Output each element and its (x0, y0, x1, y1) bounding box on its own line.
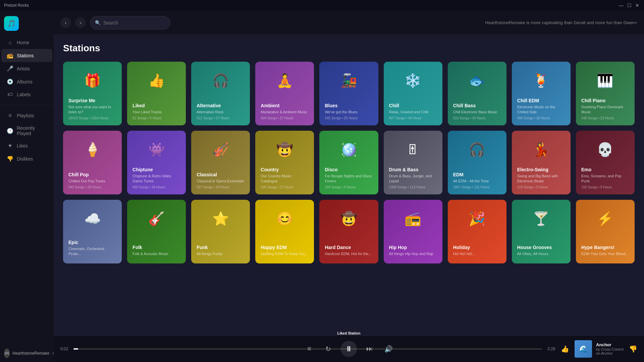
station-meta: 545 Songs • 25 Hours (325, 116, 373, 120)
player-right-section: 👍 🌊 Anchor by Cross Control on Anchor 👎 (561, 340, 637, 358)
station-card-funk[interactable]: ⭐ Funk All things Funky (191, 200, 250, 263)
app-body: 🎵 ⌂Home📻Stations🎤Artists💿Albums🏷Labels ≡… (0, 11, 644, 362)
station-card-epic[interactable]: ☁️ Epic Cinematic, Orchestral, Pirate... (63, 200, 122, 263)
station-card-chiptune[interactable]: 👾 Chiptune Chiptune & Retro Video Game T… (127, 131, 186, 194)
station-name: Hip Hop (389, 245, 437, 250)
station-card-chill-piano[interactable]: 🎹 Chill Piano Soothing Piano Dominant Mu… (576, 62, 635, 125)
sidebar-icon-labels: 🏷 (7, 92, 13, 98)
station-card-emo[interactable]: 💀 Emo Emo, Screamo, and Pop Punk 156 Son… (576, 131, 635, 194)
station-meta: 543 Songs • 29 Hours (68, 185, 116, 189)
station-desc: Classical & Opera Essentials (197, 179, 245, 183)
sidebar-item-likes[interactable]: ♥Likes (1, 139, 52, 152)
station-card-surprise-me[interactable]: 🎁 Surprise Me Not sure what you want to … (63, 62, 122, 125)
station-card-hype-bangers[interactable]: ⚡ Hype Bangers! EDM That Gets Your Blood… (576, 200, 635, 263)
station-icon: ❄️ (389, 67, 437, 94)
sidebar-icon: 🕐 (7, 128, 13, 134)
station-icon: 🤠 (261, 136, 309, 163)
station-name: Chill EDM (517, 98, 565, 103)
station-card-electro-swing[interactable]: 💃 Electro-Swing Swing and Big Band with … (512, 131, 571, 194)
station-card-classical[interactable]: 🎻 Classical Classical & Opera Essentials… (191, 131, 250, 194)
station-icon: 🐟 (453, 67, 501, 94)
track-album: on Anchor (596, 351, 624, 355)
station-name: Country (261, 167, 309, 172)
sidebar-divider (0, 105, 54, 109)
station-card-blues[interactable]: 🚂 Blues We've got the Blues 545 Songs • … (319, 62, 378, 125)
station-card-drum--bass[interactable]: 🎚 Drum & Bass Drum & Bass, Jungle, and L… (384, 131, 442, 194)
close-button[interactable]: ✕ (635, 3, 640, 8)
header-marquee: HearthstoneRemake is more captivating th… (485, 20, 637, 25)
station-card-country[interactable]: 🤠 Country Our Country Music Catalogue 50… (255, 131, 314, 194)
station-card-hard-dance[interactable]: 🤠 Hard Dance Hardcore EDM, Hot for the..… (319, 200, 378, 263)
station-name: Holiday (453, 245, 501, 250)
username: HearthstoneRemake (12, 351, 49, 356)
station-name: Alternative (197, 103, 245, 108)
station-name: Blues (325, 103, 373, 108)
track-info: Anchor by Cross Control on Anchor (596, 342, 624, 355)
station-card-hip-hop[interactable]: 📻 Hip Hop All things Hip Hop and Rap (384, 200, 442, 263)
sidebar-item-home[interactable]: ⌂Home (1, 36, 52, 49)
sidebar-user: 🎮 HearthstoneRemake ⚙ (0, 345, 54, 362)
station-desc: Not sure what you want to listen to? (68, 105, 116, 114)
station-card-holiday[interactable]: 🎉 Holiday Ho! Ho! Ho!... (448, 200, 506, 263)
station-icon: 📻 (389, 205, 437, 232)
sidebar-label: Home (17, 40, 29, 45)
station-name: Chill Bass (453, 103, 501, 108)
header: ‹ › 🔍 HearthstoneRemake is more captivat… (54, 11, 644, 35)
station-card-liked[interactable]: 👍 Liked Your Liked Tracks 81 Songs • 5 H… (127, 62, 186, 125)
station-card-happy-edm[interactable]: 😊 Happy EDM Uplifting EDM To Keep You... (255, 200, 314, 263)
sidebar-item-artists[interactable]: 🎤Artists (1, 62, 52, 75)
sidebar-nav: ⌂Home📻Stations🎤Artists💿Albums🏷Labels (0, 36, 54, 101)
sidebar-item-labels[interactable]: 🏷Labels (1, 88, 52, 101)
play-pause-button[interactable]: ⏸ (341, 341, 357, 357)
station-desc: Cinematic, Orchestral, Pirate... (68, 246, 116, 256)
sidebar-item-dislikes[interactable]: 👎Dislikes (1, 152, 52, 165)
station-icon: 👍 (132, 67, 180, 94)
station-card-ambient[interactable]: 🧘 Ambient Medatative & Ambient Music 594… (255, 62, 314, 125)
sidebar-icon: 👎 (7, 156, 13, 162)
sidebar-icon-artists: 🎤 (7, 65, 13, 72)
queue-button[interactable]: ≡ (303, 343, 315, 355)
minimize-button[interactable]: — (619, 3, 624, 8)
forward-button[interactable]: › (75, 17, 86, 28)
sidebar-item-recently-played[interactable]: 🕐Recently Played (1, 122, 52, 139)
sidebar-item-albums[interactable]: 💿Albums (1, 75, 52, 88)
station-card-folk[interactable]: 🎸 Folk Folk & Acoustic Music (127, 200, 186, 263)
station-meta: 496 Songs • 36 Hours (517, 116, 565, 120)
volume-button[interactable]: 🔊 (382, 343, 394, 355)
station-icon: 👾 (132, 136, 180, 163)
station-name: Chill Pop (68, 172, 116, 177)
station-card-edm[interactable]: 🎧 EDM All EDM - All the Time 1867 Songs … (448, 131, 506, 194)
stations-grid: 🎁 Surprise Me Not sure what you want to … (63, 62, 635, 263)
station-card-alternative[interactable]: 🎧 Alternative Alternative Rock 512 Songs… (191, 62, 250, 125)
station-icon: ⭐ (197, 205, 245, 232)
station-card-chill-pop[interactable]: 🍦 Chill Pop Chilled Out Pop Tunes 543 So… (63, 131, 122, 194)
sidebar-item-stations[interactable]: 📻Stations (1, 49, 52, 62)
window-controls[interactable]: — ☐ ✕ (619, 3, 640, 8)
station-desc: Swing and Big Band with Electronic Beats (517, 174, 565, 183)
back-button[interactable]: ‹ (60, 17, 71, 28)
station-icon: 🎸 (132, 205, 180, 232)
sidebar-item-playlists[interactable]: ≡Playlists (1, 109, 52, 122)
like-button[interactable]: 👍 (561, 345, 569, 353)
station-card-house-grooves[interactable]: 🍸 House Grooves All Vibes, All Hours (512, 200, 571, 263)
station-desc: Chiptune & Retro Video Game Tunes (132, 174, 180, 183)
repeat-button[interactable]: ↻ (322, 343, 334, 355)
maximize-button[interactable]: ☐ (627, 3, 632, 8)
search-input[interactable] (103, 20, 165, 25)
station-icon: ☁️ (68, 205, 116, 232)
station-meta: 18423 Songs • 1054 Hours (68, 116, 116, 120)
station-card-chill-bass[interactable]: 🐟 Chill Bass Chill Electronic Bass Music… (448, 62, 506, 125)
station-card-chill-edm[interactable]: 🍹 Chill EDM Electronic Music on the Chil… (512, 62, 571, 125)
sidebar-label: Dislikes (17, 156, 33, 162)
station-desc: Folk & Acoustic Music (132, 251, 180, 256)
station-desc: Soothing Piano Dominant Music (581, 105, 629, 114)
next-button[interactable]: ⏭ (364, 343, 376, 355)
station-icon: 🍹 (517, 67, 565, 94)
station-icon: 🎁 (68, 67, 116, 94)
station-card-disco[interactable]: 🪩 Disco For Boogie Nights and Disco Feve… (319, 131, 378, 194)
station-desc: Relax, Unwind and Chill (389, 110, 437, 114)
station-name: Emo (581, 167, 629, 172)
window-title: Pretzel Rocks (4, 3, 29, 8)
station-card-chill[interactable]: ❄️ Chill Relax, Unwind and Chill 907 Son… (384, 62, 442, 125)
dislike-button[interactable]: 👎 (629, 345, 637, 353)
